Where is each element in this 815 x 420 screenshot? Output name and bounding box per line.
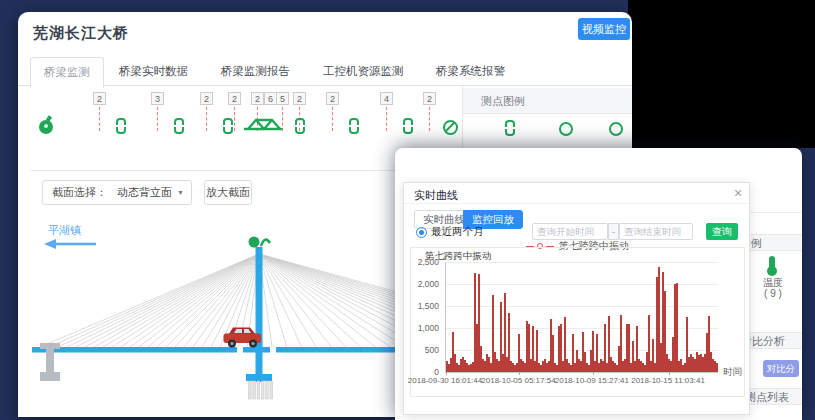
chain-icon[interactable] <box>223 118 233 134</box>
dialog-title: 实时曲线 <box>414 188 458 203</box>
tab-monitoring-report[interactable]: 桥梁监测报告 <box>208 57 303 86</box>
section-select-value: 动态背立面 <box>117 185 172 200</box>
x-axis-title: 时间 <box>723 366 742 379</box>
query-button[interactable]: 查询 <box>706 223 738 240</box>
vehicle <box>224 328 262 348</box>
sensor-row: 2 3 2 2 2 6 5 2 2 4 2 <box>18 92 478 150</box>
sensor-ring-icon[interactable] <box>609 122 623 136</box>
chain-icon[interactable] <box>349 118 359 134</box>
tab-bridge-monitoring[interactable]: 桥梁监测 <box>30 57 104 88</box>
gauge-icon[interactable] <box>39 120 53 134</box>
page-title: 芜湖长江大桥 <box>33 24 129 43</box>
sensor-ring-icon[interactable] <box>559 122 573 136</box>
sensor-count-badge[interactable]: 2 <box>326 92 339 105</box>
sensor-count-badge[interactable]: 4 <box>380 92 393 105</box>
chevron-down-icon: ▼ <box>177 189 184 196</box>
dialog-header-divider <box>404 203 749 204</box>
sensor-count-badge[interactable]: 2 <box>293 92 306 105</box>
last-two-months-radio[interactable] <box>416 227 427 238</box>
sensor-count-badge[interactable]: 2 <box>228 92 241 105</box>
tower-pier <box>246 374 273 399</box>
chain-icon[interactable] <box>403 118 413 134</box>
ban-icon[interactable] <box>443 120 458 135</box>
range-separator: - <box>608 223 619 240</box>
chain-icon[interactable] <box>505 120 515 136</box>
truss-icon[interactable] <box>242 116 284 132</box>
chain-icon[interactable] <box>116 118 126 134</box>
section-select-group: 截面选择： 动态背立面 ▼ <box>42 180 192 205</box>
bridge-tower <box>256 247 263 382</box>
legend-panel-header-fragment: 例 <box>747 234 802 251</box>
tab-realtime-data[interactable]: 桥梁实时数据 <box>106 57 201 86</box>
last-two-months-label: 最近两个月 <box>431 225 484 239</box>
chart-card: 第七跨跨中振动 05001,0001,5002,0002,500 时间 2018… <box>410 247 745 397</box>
compare-analysis-button[interactable]: 对比分析 <box>763 360 799 377</box>
video-monitor-button[interactable]: 视频监控 <box>578 18 630 40</box>
sensor-count-badge[interactable]: 3 <box>151 92 164 105</box>
bridge-deck <box>32 347 237 353</box>
temperature-count: ( 9 ) <box>753 288 793 299</box>
end-time-input[interactable] <box>619 223 693 240</box>
thermometer-icon[interactable] <box>769 256 775 269</box>
strip-divider <box>750 212 802 213</box>
chain-icon[interactable] <box>295 118 305 134</box>
black-backdrop <box>628 0 815 148</box>
start-time-input[interactable] <box>532 223 608 240</box>
sensor-count-badge[interactable]: 2 <box>251 92 264 105</box>
chart-plot-area[interactable] <box>445 262 718 373</box>
enlarge-section-button[interactable]: 放大截面 <box>204 180 252 205</box>
sensor-count-badge[interactable]: 2 <box>200 92 213 105</box>
realtime-curve-dialog: 实时曲线 × 实时曲线图 监控回放 最近两个月 - 查询 第七跨跨中振动 第七跨… <box>403 182 750 415</box>
section-select-label: 截面选择： <box>43 185 113 200</box>
sensor-count-badge[interactable]: 2 <box>423 92 436 105</box>
tab-system-alarm[interactable]: 桥梁系统报警 <box>423 57 518 86</box>
tab-ipc-resource[interactable]: 工控机资源监测 <box>310 57 417 86</box>
tower-sensor-icon <box>249 237 260 248</box>
tab-bar: 桥梁监测 桥梁实时数据 桥梁监测报告 工控机资源监测 桥梁系统报警 视频监控 <box>18 56 632 86</box>
bridge-deck <box>243 347 270 353</box>
chain-icon[interactable] <box>174 118 184 134</box>
overlay-window: 例 温度 ( 9 ) 对比分析 对比分析 测点列表 实时曲线 × 实时曲线图 监… <box>395 148 802 420</box>
legend-panel-header: 测点图例 <box>463 88 632 114</box>
close-icon[interactable]: × <box>734 185 742 201</box>
sensor-count-badge[interactable]: 2 <box>93 92 106 105</box>
left-bank-label: 平湖镇 <box>48 224 81 236</box>
section-select[interactable]: 动态背立面 ▼ <box>113 185 191 200</box>
sensor-count-badge[interactable]: 5 <box>276 92 289 105</box>
left-abutment <box>40 343 60 381</box>
